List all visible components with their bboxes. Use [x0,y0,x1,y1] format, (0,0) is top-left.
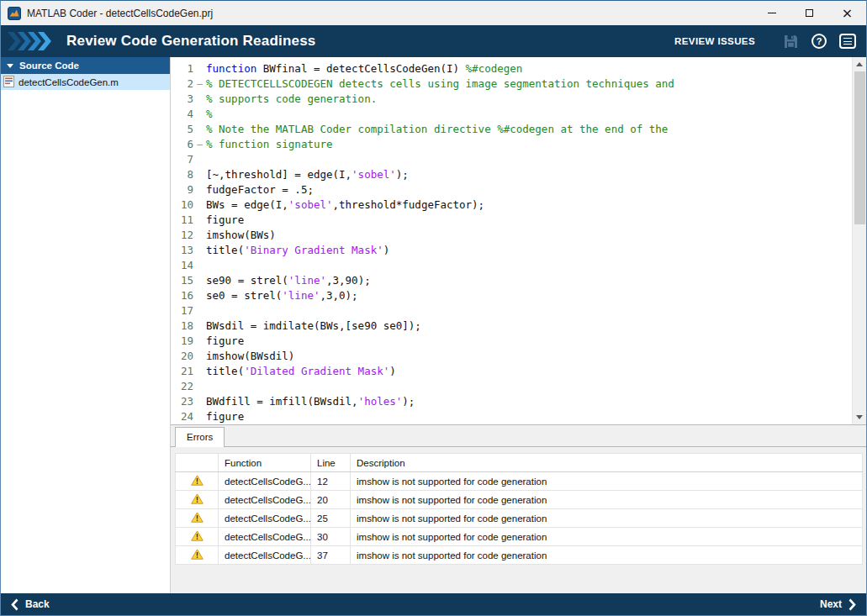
fold-gutter [193,243,206,258]
errors-panel: Errors FunctionLineDescription detectCel… [171,424,866,593]
error-icon-cell [176,546,219,565]
error-row[interactable]: detectCellsCodeG...37imshow is not suppo… [176,546,863,565]
main-area: Source Code detectCellsCodeGen.m 1functi… [1,57,866,593]
column-header-icon[interactable] [176,454,219,472]
fold-gutter [193,394,206,409]
next-label: Next [820,598,842,610]
scrollbar-track[interactable] [853,71,866,410]
next-button[interactable]: Next [820,598,856,611]
code-text: function BWfinal = detectCellsCodeGen(I)… [206,61,522,76]
code-line: 23BWdfill = imfill(BWsdil,'holes'); [171,394,852,409]
tab-errors[interactable]: Errors [175,427,225,447]
fold-marker-icon[interactable]: – [193,76,206,92]
fold-gutter [193,213,206,228]
review-issues-button[interactable]: REVIEW ISSUES [674,36,755,46]
line-number: 4 [171,107,193,122]
column-header-function[interactable]: Function [219,454,311,472]
error-function-cell: detectCellsCodeG... [219,509,311,528]
fold-gutter [193,334,206,349]
error-description-cell: imshow is not supported for code generat… [351,491,863,509]
error-line-cell: 12 [311,472,351,491]
error-row[interactable]: detectCellsCodeG...25imshow is not suppo… [176,509,863,528]
column-header-line[interactable]: Line [311,454,351,472]
fold-gutter [193,61,206,76]
code-line: 18BWsdil = imdilate(BWs,[se90 se0]); [171,319,852,334]
scrollbar-up-button[interactable] [853,57,866,71]
fold-gutter [193,319,206,334]
code-line: 8[~,threshold] = edge(I,'sobel'); [171,167,852,182]
collapse-arrow-icon [7,64,13,68]
matlab-file-icon [3,76,14,89]
fold-gutter [193,303,206,319]
code-line: 7 [171,152,852,167]
help-button[interactable]: ? [811,34,827,49]
column-header-description[interactable]: Description [351,454,863,472]
errors-table-container: FunctionLineDescription detectCellsCodeG… [171,447,866,565]
error-row[interactable]: detectCellsCodeG...30imshow is not suppo… [176,528,863,546]
header-actions: REVIEW ISSUES ? [674,34,856,50]
error-row[interactable]: detectCellsCodeG...12imshow is not suppo… [176,472,863,491]
error-function-cell: detectCellsCodeG... [219,546,311,565]
fold-gutter [193,258,206,273]
minimize-button[interactable] [753,1,790,25]
code-text: imshow(BWsdil) [206,349,294,364]
error-icon-cell [176,491,219,509]
warning-icon [191,549,204,560]
code-text: % function signature [206,137,333,152]
warning-icon [191,493,204,504]
line-number: 21 [171,364,193,379]
arrow-down-icon [856,415,863,419]
code-line: 12imshow(BWs) [171,228,852,243]
menu-button[interactable] [839,34,856,49]
code-line: 2–% DETECTCELLSCODEGEN detects cells usi… [171,76,852,92]
sidebar-item-label: detectCellsCodeGen.m [19,77,119,87]
line-number: 18 [171,319,193,334]
code-text: BWdfill = imfill(BWsdil,'holes'); [206,394,415,409]
code-text: % Note the MATLAB Coder compilation dire… [206,122,668,137]
back-button[interactable]: Back [11,598,50,611]
matlab-coder-window: MATLAB Coder - detectCellsCodeGen.prj × … [0,0,867,616]
next-chevron-icon [848,598,856,611]
line-number: 22 [171,379,193,394]
error-row[interactable]: detectCellsCodeG...20imshow is not suppo… [176,491,863,509]
hamburger-menu-icon [839,34,856,49]
sidebar-item-detectcellscodegen[interactable]: detectCellsCodeGen.m [1,74,170,90]
title-bar: MATLAB Coder - detectCellsCodeGen.prj × [1,1,866,25]
error-icon-cell [176,509,219,528]
help-icon: ? [811,34,827,49]
editor-scrollbar[interactable] [852,57,866,424]
line-number: 10 [171,197,193,213]
maximize-button[interactable] [790,1,828,25]
code-line: 22 [171,379,852,394]
error-icon-cell [176,472,219,491]
source-code-section-header[interactable]: Source Code [1,57,170,74]
code-line: 20imshow(BWsdil) [171,349,852,364]
errors-table: FunctionLineDescription detectCellsCodeG… [175,453,863,565]
code-text: BWsdil = imdilate(BWs,[se90 se0]); [206,319,421,334]
line-number: 5 [171,122,193,137]
save-button[interactable] [783,34,799,50]
scrollbar-thumb[interactable] [854,71,865,224]
code-text: figure [206,334,244,349]
code-line: 6–% function signature [171,137,852,152]
code-text: title('Dilated Gradient Mask') [206,364,396,379]
code-line: 21title('Dilated Gradient Mask') [171,364,852,379]
error-description-cell: imshow is not supported for code generat… [351,546,863,565]
back-label: Back [25,598,50,610]
code-line: 13title('Binary Gradient Mask') [171,243,852,258]
fold-gutter [193,379,206,394]
scrollbar-down-button[interactable] [853,410,866,424]
line-number: 12 [171,228,193,243]
fold-marker-icon[interactable]: – [193,137,206,152]
code-line: 1function BWfinal = detectCellsCodeGen(I… [171,61,852,76]
line-number: 11 [171,213,193,228]
fold-gutter [193,92,206,107]
fold-gutter [193,152,206,167]
close-button[interactable]: × [828,1,866,25]
line-number: 9 [171,182,193,197]
line-number: 3 [171,92,193,107]
fold-gutter [193,409,206,424]
warning-icon [191,475,204,486]
errors-table-header-row: FunctionLineDescription [176,454,863,472]
code-text: title('Binary Gradient Mask') [206,243,389,258]
